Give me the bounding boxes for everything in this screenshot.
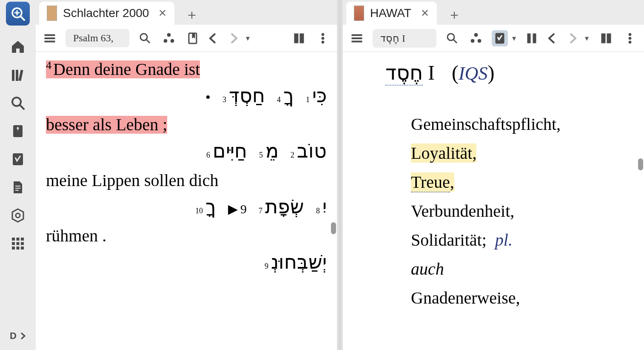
right-tabbar: HAWAT ✕ ＋ (343, 0, 644, 25)
right-content: חֶסֶד I (IQS) Gemeinschaftspflicht, Loya… (343, 52, 644, 350)
close-icon[interactable]: ✕ (421, 7, 429, 19)
svg-point-32 (164, 39, 167, 43)
nav-back-icon[interactable] (544, 30, 560, 46)
headword-roman: I (428, 61, 435, 84)
svg-rect-22 (21, 242, 24, 245)
nav-forward-icon[interactable] (225, 30, 242, 46)
svg-rect-15 (15, 190, 19, 191)
svg-point-47 (478, 39, 481, 43)
svg-rect-52 (607, 34, 611, 43)
svg-rect-19 (21, 238, 24, 241)
nav-back-icon[interactable] (205, 30, 221, 46)
bible-icon[interactable] (8, 122, 28, 141)
more-icon[interactable] (622, 30, 638, 46)
link-set-icon[interactable] (468, 30, 484, 46)
app-sidebar: D (0, 0, 36, 350)
svg-rect-24 (17, 247, 20, 250)
svg-rect-21 (17, 242, 20, 245)
close-icon[interactable]: ✕ (158, 7, 167, 19)
tab-title: Schlachter 2000 (63, 6, 149, 20)
svg-point-46 (471, 39, 474, 43)
svg-rect-4 (12, 70, 14, 81)
search-icon[interactable] (444, 30, 460, 46)
target-lexicon-icon[interactable] (492, 30, 508, 46)
svg-line-30 (146, 40, 150, 43)
bookmark-icon[interactable] (185, 30, 201, 46)
scrollbar-thumb[interactable] (331, 222, 336, 234)
svg-rect-42 (352, 41, 362, 42)
left-toolbar: Psalm 63, ▾ (36, 25, 337, 52)
menu-icon[interactable] (42, 30, 58, 46)
search-icon[interactable] (8, 94, 28, 112)
add-tab-button[interactable]: ＋ (182, 5, 202, 25)
reference-input[interactable]: חֶסֶד I (373, 29, 436, 48)
dropdown-icon[interactable]: ▾ (512, 34, 516, 43)
german-text: rühmen . (46, 226, 106, 245)
svg-rect-28 (45, 41, 55, 42)
reference-input[interactable]: Psalm 63, (66, 29, 129, 47)
add-tab-button[interactable]: ＋ (445, 5, 464, 25)
svg-line-8 (20, 105, 24, 109)
main-area: Schlachter 2000 ✕ ＋ Psalm 63, ▾ (36, 0, 644, 350)
more-icon[interactable] (315, 30, 331, 46)
svg-rect-49 (527, 34, 530, 43)
tab-hawat[interactable]: HAWAT ✕ (346, 2, 437, 25)
right-pane: HAWAT ✕ ＋ חֶסֶד I ▾ ▾ (343, 0, 644, 350)
svg-rect-14 (15, 188, 20, 189)
library-icon[interactable] (8, 66, 28, 84)
layout-label: D (10, 330, 17, 341)
document-icon[interactable] (8, 178, 28, 197)
menu-icon[interactable] (349, 30, 365, 46)
book-thumb-icon (354, 6, 364, 21)
left-tabbar: Schlachter 2000 ✕ ＋ (36, 0, 337, 25)
nav-forward-icon[interactable] (564, 30, 581, 46)
german-text: meine Lippen sollen dich (46, 171, 218, 190)
headword: חֶסֶד I (IQS) (385, 60, 627, 84)
svg-rect-35 (294, 34, 298, 43)
german-text: Denn deine Gnade ist (53, 60, 200, 79)
app-logo[interactable] (6, 2, 30, 26)
svg-rect-50 (533, 34, 536, 43)
svg-point-29 (140, 34, 147, 40)
svg-rect-5 (16, 70, 18, 81)
def-word: Gemeinschaftspflicht, (411, 115, 561, 134)
def-word: Solidarität; (411, 230, 487, 250)
tab-schlachter[interactable]: Schlachter 2000 ✕ (39, 2, 174, 25)
home-icon[interactable] (8, 37, 28, 56)
search-icon[interactable] (137, 30, 153, 46)
svg-rect-18 (17, 238, 20, 241)
def-word: Verbundenheit, (411, 201, 514, 221)
svg-point-43 (447, 34, 454, 40)
svg-point-53 (629, 33, 631, 36)
svg-point-45 (474, 33, 478, 37)
bullet: • (205, 88, 211, 107)
svg-point-54 (629, 37, 631, 40)
svg-line-1 (20, 16, 24, 20)
svg-point-39 (322, 41, 324, 43)
chevron-right-icon (20, 332, 26, 340)
svg-point-37 (322, 33, 324, 36)
svg-rect-11 (17, 127, 18, 130)
nav-dropdown-icon[interactable]: ▾ (585, 34, 589, 43)
svg-point-55 (629, 41, 631, 43)
left-pane: Schlachter 2000 ✕ ＋ Psalm 63, ▾ (36, 0, 337, 350)
parallel-view-icon[interactable] (291, 30, 307, 46)
nav-dropdown-icon[interactable]: ▾ (246, 34, 250, 43)
scrollbar-thumb[interactable] (638, 158, 643, 170)
lexicon-icon[interactable] (8, 150, 28, 169)
pane-divider[interactable] (339, 0, 341, 350)
link-set-icon[interactable] (161, 30, 177, 46)
atlas-icon[interactable] (8, 206, 28, 225)
svg-rect-17 (12, 238, 15, 241)
columns-icon[interactable] (524, 30, 540, 46)
layout-selector[interactable]: D (0, 326, 36, 346)
grammar-note: auch (411, 259, 444, 278)
right-toolbar: חֶסֶד I ▾ ▾ (343, 25, 644, 52)
svg-line-44 (453, 40, 457, 43)
svg-point-31 (167, 33, 171, 37)
svg-rect-40 (352, 34, 362, 36)
svg-rect-36 (300, 34, 304, 43)
headword-ref: IQS (459, 63, 487, 84)
apps-grid-icon[interactable] (8, 234, 28, 253)
parallel-view-icon[interactable] (598, 30, 614, 46)
